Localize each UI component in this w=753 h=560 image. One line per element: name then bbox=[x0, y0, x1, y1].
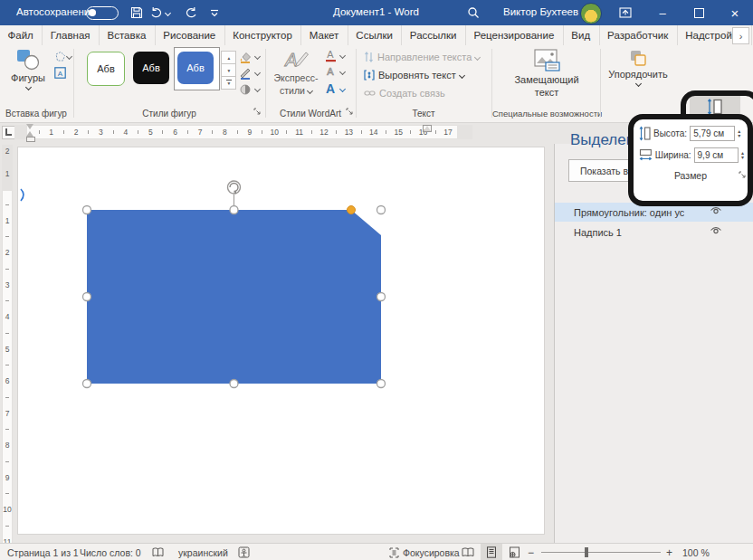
chevron-down-icon[interactable] bbox=[339, 52, 346, 59]
ribbon-tab[interactable]: Рецензирование bbox=[465, 25, 563, 45]
resize-handle-top-left[interactable] bbox=[83, 206, 91, 214]
ribbon-tab[interactable]: Разработчик bbox=[599, 25, 677, 45]
zoom-slider-track[interactable] bbox=[541, 552, 661, 553]
zoom-level[interactable]: 100 % bbox=[682, 547, 710, 558]
dialog-launcher-icon[interactable] bbox=[253, 108, 261, 115]
close-button[interactable]: × bbox=[717, 0, 753, 25]
width-stepper[interactable]: ▴ ▾ bbox=[741, 151, 744, 160]
horizontal-ruler[interactable]: 1234567891011121314151617 bbox=[14, 125, 472, 139]
document-page[interactable] bbox=[18, 147, 544, 534]
word-count[interactable]: Число слов: 0 bbox=[80, 547, 141, 558]
group-label: Вставка фигур bbox=[0, 109, 72, 119]
spin-down-icon[interactable]: ▾ bbox=[738, 134, 740, 138]
shape-effects-icon[interactable] bbox=[239, 83, 252, 96]
shape-fill-icon[interactable] bbox=[239, 51, 252, 63]
proofing-icon[interactable] bbox=[152, 547, 164, 557]
left-indent-marker[interactable] bbox=[26, 137, 35, 142]
resize-handle-top-center[interactable] bbox=[230, 206, 238, 214]
zoom-in-button[interactable]: + bbox=[666, 546, 672, 559]
shape-style-chip-3[interactable]: Абв bbox=[177, 52, 214, 84]
shapes-button[interactable]: Фигуры bbox=[7, 49, 49, 90]
textbox-icon[interactable]: A bbox=[54, 67, 66, 79]
resize-handle-top-right[interactable] bbox=[377, 206, 386, 214]
page-count[interactable]: Страница 1 из 1 bbox=[7, 547, 79, 558]
ribbon-tab[interactable]: Вид bbox=[563, 25, 599, 45]
resize-handle-bottom-left[interactable] bbox=[83, 380, 91, 388]
dialog-launcher-icon[interactable] bbox=[739, 171, 746, 178]
minimize-button[interactable]: – bbox=[644, 0, 681, 25]
ribbon-tab[interactable]: Главная bbox=[42, 25, 99, 45]
eye-icon[interactable] bbox=[710, 226, 722, 235]
qat-more-icon[interactable] bbox=[205, 4, 224, 22]
chevron-down-icon[interactable] bbox=[254, 53, 261, 60]
ribbon-tab[interactable]: Конструктор bbox=[224, 25, 301, 45]
text-outline-icon[interactable]: A bbox=[324, 65, 338, 79]
maximize-button[interactable] bbox=[681, 0, 717, 25]
resize-handle-bottom-center[interactable] bbox=[230, 380, 238, 388]
spin-down-icon[interactable]: ▾ bbox=[741, 156, 744, 160]
styles-scroll-up-button[interactable]: ▲ bbox=[221, 51, 236, 64]
undo-button[interactable] bbox=[150, 4, 170, 22]
arrange-button[interactable]: Упорядочить bbox=[605, 49, 672, 86]
resize-handle-bottom-right[interactable] bbox=[377, 380, 386, 388]
read-mode-icon[interactable] bbox=[462, 547, 474, 557]
ribbon-tab[interactable]: Рисование bbox=[155, 25, 224, 45]
tab-selector[interactable] bbox=[2, 126, 15, 139]
ruler-number: 2 bbox=[63, 125, 88, 139]
text-direction-button[interactable]: Направление текста bbox=[364, 52, 480, 62]
width-input[interactable]: 9,9 см bbox=[694, 147, 739, 163]
group-label: Специальные возможности bbox=[492, 109, 599, 119]
create-link-button[interactable]: Создать связь bbox=[364, 88, 445, 99]
chevron-down-icon[interactable] bbox=[339, 86, 346, 92]
language-indicator[interactable]: украинский bbox=[178, 547, 228, 558]
ribbon-tab[interactable]: Вставка bbox=[99, 25, 155, 45]
chevron-down-icon[interactable] bbox=[66, 53, 72, 60]
resize-handle-middle-left[interactable] bbox=[83, 293, 91, 301]
print-layout-selected[interactable] bbox=[481, 544, 502, 560]
chevron-down-icon[interactable] bbox=[339, 69, 346, 75]
alt-text-button[interactable]: Замещающий текст bbox=[514, 49, 579, 98]
chevron-down-icon[interactable] bbox=[254, 86, 261, 92]
dialog-launcher-icon[interactable] bbox=[346, 108, 353, 115]
user-avatar[interactable] bbox=[580, 3, 602, 24]
adjust-handle[interactable] bbox=[348, 206, 356, 214]
edit-shape-icon[interactable] bbox=[54, 51, 66, 62]
ribbon-tab[interactable]: Файл bbox=[0, 25, 42, 45]
styles-scroll-down-button[interactable]: ▼ bbox=[221, 63, 236, 77]
search-icon[interactable] bbox=[463, 4, 483, 22]
text-effects-icon[interactable]: A bbox=[323, 81, 338, 96]
shape-outline-icon[interactable] bbox=[239, 67, 252, 80]
resize-handle-middle-right[interactable] bbox=[377, 293, 386, 301]
eye-icon[interactable] bbox=[710, 206, 722, 215]
shape-style-chip-2[interactable]: Абв bbox=[133, 52, 169, 84]
quick-styles-button[interactable]: A Экспресс- стили bbox=[272, 49, 320, 96]
zoom-slider-handle[interactable] bbox=[585, 547, 588, 557]
ribbon-tab[interactable]: Ссылки bbox=[348, 25, 402, 45]
ribbon-tab[interactable]: Рассылки bbox=[401, 25, 465, 45]
accessibility-status-icon[interactable] bbox=[238, 546, 250, 558]
shape-style-chip-1[interactable]: Абв bbox=[87, 52, 125, 86]
save-icon[interactable] bbox=[127, 4, 147, 22]
ribbon-tab[interactable]: Макет bbox=[300, 25, 348, 45]
group-insert-shapes: Фигуры A Вставка фигур bbox=[0, 45, 72, 121]
height-stepper[interactable]: ▴ ▾ bbox=[738, 129, 740, 138]
ribbon-display-options-icon[interactable] bbox=[615, 4, 635, 22]
zoom-out-button[interactable]: − bbox=[528, 546, 534, 559]
rotate-handle[interactable] bbox=[228, 181, 241, 195]
text-fill-icon[interactable]: A bbox=[324, 49, 338, 62]
align-text-button[interactable]: Выровнять текст bbox=[364, 70, 464, 81]
user-name[interactable]: Виктор Бухтеев bbox=[503, 6, 578, 17]
styles-more-button[interactable]: ▼ bbox=[221, 76, 236, 90]
first-line-indent-marker[interactable] bbox=[26, 124, 33, 129]
height-input[interactable]: 5,79 см bbox=[690, 126, 735, 141]
more-tabs-button[interactable]: › bbox=[732, 27, 749, 44]
focus-mode-button[interactable]: Фокусировка bbox=[403, 547, 460, 558]
vertical-ruler[interactable]: 2 1 1234567891011 bbox=[2, 145, 13, 544]
web-layout-icon[interactable] bbox=[509, 546, 520, 558]
right-indent-marker[interactable] bbox=[424, 126, 431, 131]
chevron-down-icon[interactable] bbox=[254, 70, 261, 76]
redo-button[interactable] bbox=[180, 4, 200, 22]
selection-item-textbox[interactable]: Надпись 1 bbox=[555, 223, 753, 242]
autosave-toggle[interactable] bbox=[86, 6, 119, 20]
snip-corner-rectangle-shape[interactable] bbox=[87, 210, 381, 384]
